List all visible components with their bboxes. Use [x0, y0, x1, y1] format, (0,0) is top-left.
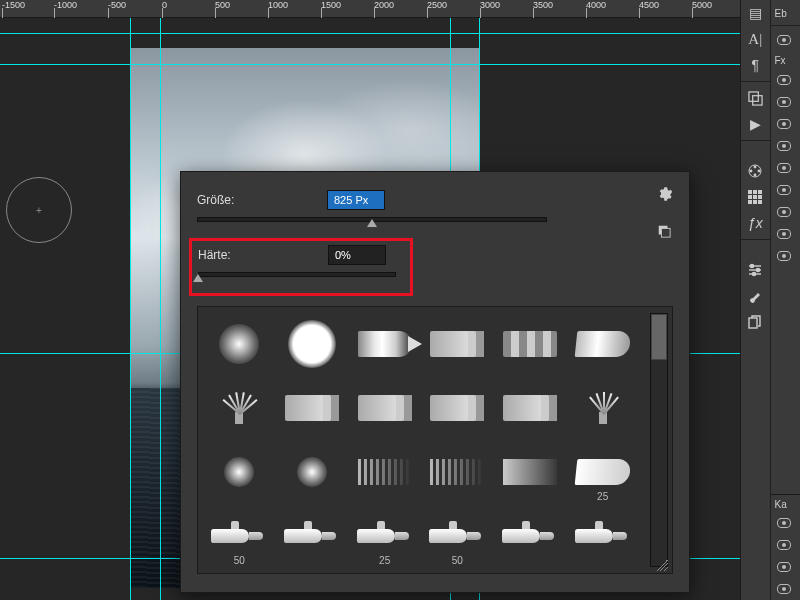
svg-point-7 — [754, 174, 757, 177]
eye-icon — [777, 141, 791, 151]
brush-preset-fade-stroke[interactable] — [422, 441, 493, 503]
panel-icon-histogram[interactable]: ▤ — [741, 0, 770, 26]
fx-panel-tab[interactable]: Fx — [771, 51, 800, 69]
ruler-tick-label: 3000 — [480, 0, 500, 18]
panel-icon-styles[interactable]: ƒx — [741, 210, 770, 236]
guide-vertical[interactable] — [160, 18, 161, 600]
channels-panel-tab[interactable]: Ka — [771, 494, 800, 512]
brush-preset-hard-round[interactable] — [277, 313, 348, 375]
panel-icon-actions[interactable]: ▶ — [741, 111, 770, 137]
eye-icon — [777, 207, 791, 217]
brush-list-scrollbar[interactable] — [650, 313, 668, 567]
brush-preset-pointed-tip[interactable] — [349, 313, 420, 375]
brush-preset-airbrush[interactable] — [567, 505, 638, 567]
panel-resize-grip-icon[interactable] — [656, 559, 668, 571]
panel-icon-adjustments[interactable] — [741, 257, 770, 283]
horizontal-ruler: -1500 -1000 -500 0 500 1000 1500 2000 25… — [0, 0, 740, 18]
layer-visibility-toggle[interactable] — [771, 29, 800, 51]
panel-icon-paragraph[interactable]: ¶ — [741, 52, 770, 78]
svg-rect-11 — [758, 190, 762, 194]
ruler-tick-label: -500 — [108, 0, 126, 18]
svg-rect-16 — [753, 200, 757, 204]
svg-point-6 — [758, 170, 761, 173]
brush-hardness-highlight: Härte: — [189, 238, 413, 296]
brush-preset-airbrush-25[interactable]: 25 — [349, 505, 420, 567]
brush-preset-chisel-25[interactable]: 25 — [567, 441, 638, 503]
scrollbar-thumb[interactable] — [651, 314, 667, 360]
ruler-tick-label: 2000 — [374, 0, 394, 18]
brush-preset-soft-round[interactable] — [204, 313, 275, 375]
ruler-tick-label: 0 — [162, 0, 167, 18]
brush-size-slider[interactable] — [197, 214, 547, 224]
slider-thumb-icon[interactable] — [193, 274, 203, 282]
panel-icon-character[interactable]: A| — [741, 26, 770, 52]
guide-horizontal[interactable] — [0, 64, 740, 65]
eye-icon — [777, 75, 791, 85]
brush-preset-flat[interactable] — [495, 377, 566, 439]
brush-preset-fade-stroke[interactable] — [495, 441, 566, 503]
svg-rect-17 — [758, 200, 762, 204]
svg-point-8 — [750, 170, 753, 173]
brush-preset-striped-tip[interactable] — [495, 313, 566, 375]
ruler-tick-label: 1000 — [268, 0, 288, 18]
svg-rect-3 — [752, 95, 761, 104]
brush-hardness-slider[interactable] — [198, 269, 396, 279]
panel-icon-brushes[interactable] — [741, 283, 770, 309]
panel-icon-clone-source[interactable] — [741, 309, 770, 335]
channel-visibility-toggle[interactable] — [771, 512, 800, 534]
brush-preset-airbrush-50[interactable]: 50 — [204, 505, 275, 567]
ruler-tick-label: 4500 — [639, 0, 659, 18]
brush-preset-chisel-tip[interactable] — [567, 313, 638, 375]
guide-vertical[interactable] — [130, 18, 131, 600]
svg-point-21 — [751, 264, 754, 267]
brush-size-input[interactable] — [327, 190, 385, 210]
new-preset-icon[interactable] — [657, 224, 675, 242]
eye-icon — [777, 97, 791, 107]
brush-size-label: Größe: — [197, 193, 327, 207]
layer-visibility-toggle[interactable] — [771, 201, 800, 223]
brush-preset-fan[interactable] — [567, 377, 638, 439]
layer-visibility-toggle[interactable] — [771, 157, 800, 179]
brush-preset-flat[interactable] — [422, 377, 493, 439]
layer-visibility-toggle[interactable] — [771, 113, 800, 135]
brush-preset-airbrush[interactable] — [495, 505, 566, 567]
panel-icon-swatches[interactable] — [741, 184, 770, 210]
ruler-tick-label: -1500 — [2, 0, 25, 18]
layer-visibility-toggle[interactable] — [771, 91, 800, 113]
layers-panel-tab[interactable]: Eb — [771, 4, 800, 22]
ruler-tick-label: 5000 — [692, 0, 712, 18]
slider-thumb-icon[interactable] — [367, 219, 377, 227]
layer-visibility-toggle[interactable] — [771, 245, 800, 267]
ruler-tick-label: 2500 — [427, 0, 447, 18]
brush-hardness-input[interactable] — [328, 245, 386, 265]
brush-preset-fade-stroke[interactable] — [349, 441, 420, 503]
panel-icon-color[interactable] — [741, 158, 770, 184]
eye-icon — [777, 518, 791, 528]
guide-horizontal[interactable] — [0, 33, 740, 34]
layer-visibility-toggle[interactable] — [771, 135, 800, 157]
ruler-tick-label: 4000 — [586, 0, 606, 18]
brush-size-row: Größe: — [197, 190, 673, 210]
layer-visibility-toggle[interactable] — [771, 179, 800, 201]
brush-preset-flat-tip[interactable] — [422, 313, 493, 375]
brush-preset-fan[interactable] — [204, 377, 275, 439]
layer-visibility-toggle[interactable] — [771, 223, 800, 245]
brush-preset-soft-round[interactable] — [277, 441, 348, 503]
eye-icon — [777, 584, 791, 594]
brush-preset-list: 25 50 25 50 — [197, 306, 673, 574]
layer-visibility-toggle[interactable] — [771, 69, 800, 91]
brush-preset-flat[interactable] — [277, 377, 348, 439]
panel-menu-gear-icon[interactable] — [657, 186, 675, 204]
channel-visibility-toggle[interactable] — [771, 578, 800, 600]
eye-icon — [777, 119, 791, 129]
channel-visibility-toggle[interactable] — [771, 534, 800, 556]
brush-preset-airbrush-50[interactable]: 50 — [422, 505, 493, 567]
brush-preset-flat[interactable] — [349, 377, 420, 439]
panel-icon-navigator[interactable] — [741, 85, 770, 111]
svg-rect-1 — [661, 228, 670, 237]
channel-visibility-toggle[interactable] — [771, 556, 800, 578]
brush-preset-airbrush[interactable] — [277, 505, 348, 567]
ruler-tick-label: 500 — [215, 0, 230, 18]
brush-preset-soft-round[interactable] — [204, 441, 275, 503]
eye-icon — [777, 185, 791, 195]
